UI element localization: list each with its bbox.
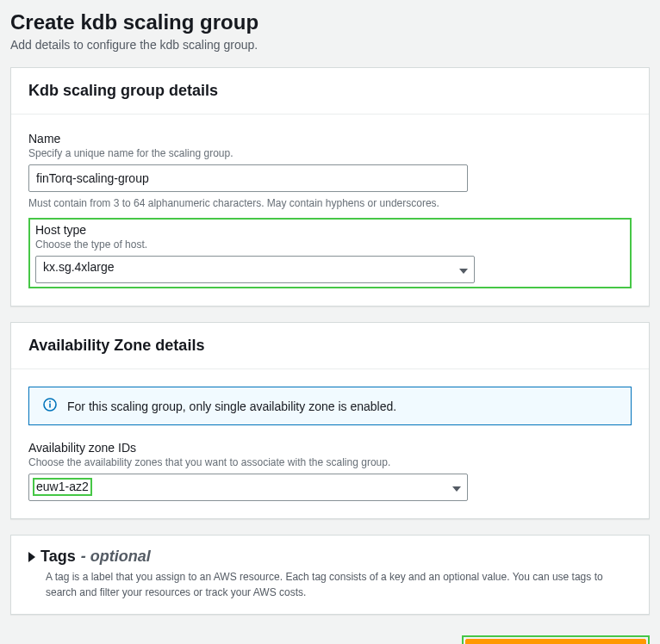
az-panel-title: Availability Zone details [28,337,632,355]
host-type-select-wrap: kx.sg.4xlarge [35,256,475,283]
az-ids-value-highlight: euw1-az2 [33,478,92,496]
az-ids-select-wrap: euw1-az2 [28,474,468,501]
caret-right-icon [28,552,35,562]
host-type-select[interactable]: kx.sg.4xlarge [35,256,475,283]
submit-highlight: Create kdb scaling group [462,635,650,644]
name-hint: Specify a unique name for the scaling gr… [28,147,632,159]
host-type-highlight: Host type Choose the type of host. kx.sg… [28,218,632,288]
host-type-field: Host type Choose the type of host. kx.sg… [35,223,625,283]
page-title: Create kdb scaling group [10,10,650,34]
name-input[interactable] [28,164,468,192]
details-panel-title: Kdb scaling group details [28,82,632,100]
az-info-text: For this scaling group, only single avai… [67,399,396,413]
az-info-box: For this scaling group, only single avai… [28,387,632,425]
tags-optional: - optional [81,548,151,566]
az-ids-field: Availability zone IDs Choose the availab… [28,441,632,501]
create-scaling-group-button[interactable]: Create kdb scaling group [465,639,646,644]
host-type-hint: Choose the type of host. [35,238,625,251]
az-ids-hint: Choose the availability zones that you w… [28,456,632,468]
tags-description: A tag is a label that you assign to an A… [28,569,632,600]
cancel-button[interactable]: Cancel [384,640,451,644]
details-panel-header: Kdb scaling group details [11,68,649,115]
info-icon [43,398,57,414]
az-ids-label: Availability zone IDs [28,441,632,455]
tags-title: Tags [40,548,76,566]
tags-expand-row[interactable]: Tags - optional [28,548,632,566]
az-ids-select[interactable]: euw1-az2 [28,474,468,501]
name-field: Name Specify a unique name for the scali… [28,132,632,209]
details-panel: Kdb scaling group details Name Specify a… [10,67,650,307]
tags-panel-body: Tags - optional A tag is a label that yo… [11,536,649,614]
az-panel-header: Availability Zone details [11,323,649,369]
host-type-label: Host type [35,223,625,237]
svg-point-1 [49,401,51,403]
name-constraint: Must contain from 3 to 64 alphanumeric c… [28,197,632,209]
page-subtitle: Add details to configure the kdb scaling… [10,38,650,52]
az-panel-body: For this scaling group, only single avai… [11,369,649,518]
name-label: Name [28,132,632,146]
details-panel-body: Name Specify a unique name for the scali… [11,115,649,306]
footer: Cancel Create kdb scaling group [10,630,650,644]
svg-rect-2 [49,404,51,408]
az-panel: Availability Zone details For this scali… [10,322,650,519]
tags-panel: Tags - optional A tag is a label that yo… [10,535,650,615]
